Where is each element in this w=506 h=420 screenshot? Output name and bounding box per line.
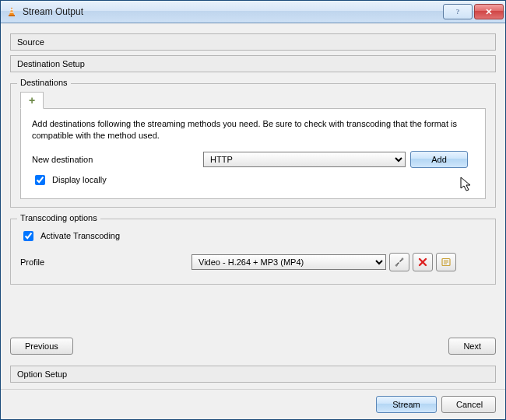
display-locally-checkbox[interactable] [35, 175, 45, 185]
svg-point-7 [402, 257, 404, 260]
cancel-button[interactable]: Cancel [441, 396, 496, 413]
destinations-group: Destinations + Add destinations followin… [10, 83, 496, 208]
dialog-content: Source Destination Setup Destinations + … [1, 23, 505, 389]
close-icon [485, 8, 493, 16]
plus-icon: + [29, 95, 35, 106]
titlebar: Stream Output ? [1, 1, 505, 23]
destinations-legend: Destinations [17, 78, 71, 87]
profile-label: Profile [20, 257, 192, 267]
stream-output-window: Stream Output ? Source Destination Setup… [0, 0, 506, 420]
transcoding-legend: Transcoding options [17, 213, 100, 222]
transcoding-group: Transcoding options Activate Transcoding… [10, 219, 496, 285]
destination-method-select[interactable]: HTTP [203, 152, 406, 167]
activate-transcoding-checkbox[interactable] [23, 231, 33, 241]
help-button[interactable]: ? [443, 4, 473, 19]
save-profile-icon [441, 257, 452, 268]
profile-row: Profile Video - H.264 + MP3 (MP4) [20, 253, 486, 271]
stream-button[interactable]: Stream [376, 396, 437, 413]
display-locally-label: Display locally [52, 175, 107, 184]
destinations-pane: Add destinations following the streaming… [20, 109, 486, 199]
destinations-hint: Add destinations following the streaming… [32, 118, 474, 142]
window-title: Stream Output [23, 6, 83, 17]
display-locally-row: Display locally [32, 173, 474, 187]
svg-text:?: ? [456, 8, 459, 16]
section-destination-setup[interactable]: Destination Setup [10, 55, 496, 72]
delete-icon [418, 257, 427, 267]
add-button[interactable]: Add [410, 151, 468, 168]
tools-icon [394, 257, 405, 268]
svg-rect-3 [10, 12, 14, 12]
profile-select[interactable]: Video - H.264 + MP3 (MP4) [192, 254, 386, 270]
activate-transcoding-row: Activate Transcoding [20, 229, 486, 243]
edit-profile-button[interactable] [389, 253, 409, 271]
section-source[interactable]: Source [10, 33, 496, 51]
svg-rect-1 [9, 15, 15, 16]
help-icon: ? [454, 8, 462, 16]
activate-transcoding-label: Activate Transcoding [40, 231, 120, 240]
new-destination-row: New destination HTTP Add [32, 151, 474, 168]
new-profile-button[interactable] [436, 253, 456, 271]
close-button[interactable] [474, 4, 504, 19]
delete-profile-button[interactable] [413, 253, 433, 271]
destinations-tabs: + [20, 92, 486, 109]
previous-button[interactable]: Previous [10, 338, 73, 355]
section-option-setup[interactable]: Option Setup [10, 366, 496, 383]
svg-rect-2 [10, 9, 12, 10]
dialog-buttons: Stream Cancel [1, 389, 505, 419]
vlc-cone-icon [5, 5, 18, 18]
new-destination-label: New destination [32, 155, 203, 164]
svg-marker-0 [9, 7, 14, 15]
tab-add-destination[interactable]: + [20, 92, 44, 109]
next-button[interactable]: Next [448, 338, 496, 355]
wizard-nav: Previous Next [10, 328, 496, 355]
